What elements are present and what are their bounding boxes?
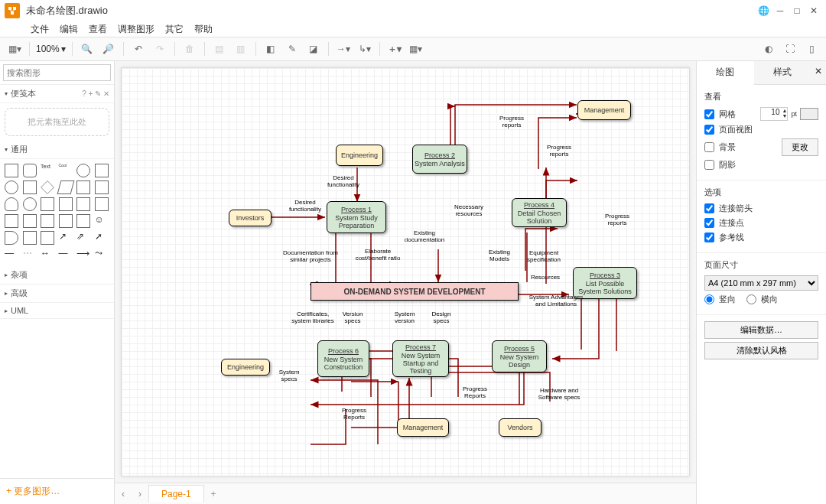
node-engineering-bottom[interactable]: Engineering — [221, 359, 270, 376]
chk-arrows[interactable] — [704, 203, 714, 213]
change-bg-button[interactable]: 更改 — [782, 138, 818, 156]
fill-color-icon[interactable]: ◧ — [262, 41, 279, 57]
menu-extras[interactable]: 其它 — [165, 23, 184, 36]
node-investors[interactable]: Investors — [229, 210, 272, 226]
add-icon[interactable]: ＋▾ — [386, 41, 403, 57]
chk-grid[interactable] — [704, 109, 714, 119]
node-management-top[interactable]: Management — [577, 100, 631, 120]
format-panel-icon[interactable]: ▯ — [803, 41, 820, 57]
delete-icon[interactable]: 🗑 — [181, 41, 198, 57]
table-icon[interactable]: ▦▾ — [408, 41, 424, 57]
shape-card[interactable] — [59, 214, 73, 228]
node-process-7[interactable]: Process 7New System Startup and Testing — [392, 340, 449, 377]
shape-arrow1[interactable]: ↗ — [59, 231, 73, 245]
redo-icon[interactable]: ↷ — [151, 41, 168, 57]
menu-file[interactable]: 文件 — [31, 23, 49, 36]
shape-rounded[interactable] — [23, 164, 37, 177]
shape-tape[interactable] — [23, 214, 37, 228]
waypoint-icon[interactable]: ↳▾ — [356, 41, 373, 57]
tab-prev-icon[interactable]: ‹ — [115, 489, 132, 499]
theme-icon[interactable]: ◐ — [760, 41, 777, 57]
search-input[interactable] — [3, 64, 111, 81]
close-button[interactable]: ✕ — [806, 3, 821, 18]
connection-icon[interactable]: →▾ — [335, 41, 352, 57]
shape-document[interactable] — [41, 197, 54, 211]
zoom-in-icon[interactable]: 🔍 — [79, 41, 96, 57]
shape-process[interactable] — [23, 180, 37, 194]
clear-default-button[interactable]: 清除默认风格 — [704, 342, 818, 359]
node-vendors[interactable]: Vendors — [499, 418, 541, 437]
tab-close-icon[interactable]: ✕ — [811, 61, 826, 84]
to-front-icon[interactable]: ▤ — [211, 41, 228, 57]
zoom-out-icon[interactable]: 🔎 — [100, 41, 117, 57]
shape-cube[interactable] — [76, 197, 90, 211]
node-center[interactable]: ON-DEMAND SYSTEM DEVELOPMENT — [311, 282, 519, 301]
to-back-icon[interactable]: ▥ — [233, 41, 249, 57]
page-tab-1[interactable]: Page-1 — [148, 485, 204, 502]
menu-edit[interactable]: 编辑 — [60, 23, 78, 36]
shape-rect[interactable] — [5, 164, 18, 177]
shape-step[interactable] — [95, 197, 109, 211]
node-process-2[interactable]: Process 2System Analysis — [412, 145, 467, 174]
radio-landscape[interactable] — [746, 294, 756, 304]
line-color-icon[interactable]: ✎ — [284, 41, 301, 57]
shape-text2[interactable]: Cool — [59, 164, 73, 177]
menu-arrange[interactable]: 调整图形 — [118, 23, 154, 36]
shape-callout[interactable] — [76, 214, 90, 228]
shape-parallelogram[interactable] — [57, 180, 74, 194]
chk-points[interactable] — [704, 218, 714, 228]
shape-text[interactable]: Text — [41, 164, 54, 177]
maximize-button[interactable]: □ — [789, 3, 805, 18]
tab-diagram[interactable]: 绘图 — [697, 61, 754, 85]
shape-arrow3[interactable]: ➚ — [95, 231, 109, 245]
shape-actor[interactable]: ☺ — [95, 214, 109, 228]
drawing-canvas[interactable]: Investors Engineering Management Enginee… — [121, 67, 690, 476]
shape-arrow2[interactable]: ⇗ — [76, 231, 90, 245]
menu-view[interactable]: 查看 — [89, 23, 107, 36]
chk-pageview[interactable] — [704, 125, 714, 135]
category-advanced[interactable]: ▸高级 — [0, 285, 114, 303]
scratchpad-dropzone[interactable]: 把元素拖至此处 — [5, 108, 109, 136]
shape-line4[interactable]: — — [59, 248, 73, 262]
shape-hexagon[interactable] — [76, 180, 90, 194]
node-management-bottom[interactable]: Management — [397, 418, 449, 437]
shape-cloud[interactable] — [23, 197, 37, 211]
edit-data-button[interactable]: 编辑数据… — [704, 321, 818, 339]
node-engineering-top[interactable]: Engineering — [336, 145, 383, 166]
add-page-button[interactable]: ＋ — [204, 487, 223, 500]
chk-shadow[interactable] — [704, 160, 714, 170]
grid-color-swatch[interactable] — [800, 108, 818, 120]
shape-internal[interactable] — [59, 197, 73, 211]
shape-diamond[interactable] — [41, 180, 54, 194]
shape-note[interactable] — [41, 214, 54, 228]
chk-background[interactable] — [704, 142, 714, 152]
category-scratchpad[interactable]: ▾便笺本 ? + ✎ ✕ — [0, 85, 114, 103]
shape-datastore[interactable] — [41, 231, 54, 245]
shape-line3[interactable]: ↔ — [41, 248, 54, 262]
shape-circle[interactable] — [5, 180, 18, 194]
shadow-icon[interactable]: ◪ — [305, 41, 322, 57]
page-size-select[interactable]: A4 (210 mm x 297 mm) — [704, 275, 818, 291]
shape-line6[interactable]: ⤳ — [95, 248, 109, 262]
chk-guides[interactable] — [704, 232, 714, 242]
shape-or[interactable] — [5, 231, 18, 245]
shape-triangle[interactable] — [95, 180, 109, 194]
menu-help[interactable]: 帮助 — [194, 23, 213, 36]
shape-line2[interactable]: ⋯ — [23, 248, 37, 262]
minimize-button[interactable]: ─ — [772, 3, 788, 18]
undo-icon[interactable]: ↶ — [130, 41, 147, 57]
fullscreen-icon[interactable]: ⛶ — [782, 41, 798, 57]
shape-line1[interactable]: — — [5, 248, 18, 262]
globe-icon[interactable]: 🌐 — [756, 3, 771, 18]
category-misc[interactable]: ▸杂项 — [0, 266, 114, 285]
node-process-6[interactable]: Process 6New System Construction — [317, 340, 369, 377]
more-shapes-button[interactable]: + 更多图形… — [0, 478, 114, 504]
tab-next-icon[interactable]: › — [132, 489, 148, 499]
shape-trapezoid[interactable] — [5, 214, 18, 228]
node-process-1[interactable]: Process 1System Study Preparation — [327, 201, 386, 233]
node-process-5[interactable]: Process 5New System Design — [492, 340, 547, 372]
shape-square[interactable] — [95, 164, 109, 177]
view-mode-icon[interactable]: ▦▾ — [6, 41, 23, 57]
shape-cylinder[interactable] — [5, 197, 18, 211]
tab-style[interactable]: 样式 — [754, 61, 811, 84]
